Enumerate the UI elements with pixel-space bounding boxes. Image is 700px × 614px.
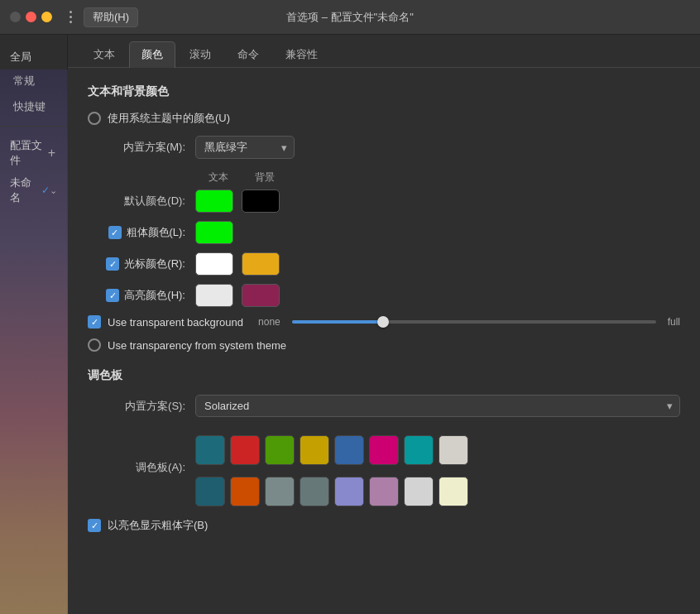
builtin-scheme-value: 黑底绿字: [204, 140, 247, 155]
palette-label: 调色板(A):: [88, 460, 195, 475]
palette-swatch-15[interactable]: [439, 477, 468, 506]
sidebar-profile-item[interactable]: 未命名 ✓ ⌄: [3, 172, 64, 209]
tab-color[interactable]: 颜色: [129, 41, 175, 68]
system-transparency-label: Use transparency from system theme: [108, 339, 286, 352]
slider-fill: [292, 320, 383, 324]
bold-color-row: ✓ 粗体颜色(L):: [88, 221, 680, 244]
cursor-color-checkbox[interactable]: ✓: [106, 257, 119, 271]
sidebar-item-shortcuts[interactable]: 快捷键: [3, 94, 64, 119]
use-system-theme-label: 使用系统主题中的颜色(U): [108, 111, 230, 126]
highlight-color-row: ✓ 高亮颜色(H):: [88, 284, 680, 307]
tab-text[interactable]: 文本: [81, 41, 127, 67]
default-text-swatch[interactable]: [195, 189, 233, 213]
slider-none-label: none: [258, 316, 280, 328]
bold-color-checkbox[interactable]: ✓: [108, 226, 122, 239]
tab-content: 文本和背景颜色 使用系统主题中的颜色(U) 内置方案(M): 黑底绿字 ▾ 文本…: [68, 68, 700, 614]
transparent-bg-label: Use transparent background: [108, 316, 243, 329]
palette-swatch-8[interactable]: [195, 477, 225, 506]
bold-bright-label: 以亮色显示粗体字(B): [108, 518, 208, 533]
slider-thumb[interactable]: [377, 316, 389, 328]
default-color-row: 默认颜色(D):: [88, 189, 680, 213]
transparent-bg-row: ✓ Use transparent background none full: [88, 315, 680, 329]
titlebar: 帮助(H) 首选项 – 配置文件"未命名": [0, 0, 700, 35]
cursor-text-swatch[interactable]: [195, 252, 233, 276]
palette-swatch-2[interactable]: [265, 435, 295, 465]
cursor-bg-swatch[interactable]: [242, 252, 280, 276]
palette-swatch-11[interactable]: [300, 477, 329, 506]
sidebar-item-general[interactable]: 常规: [3, 69, 64, 94]
palette-swatch-6[interactable]: [404, 435, 434, 465]
default-color-label: 默认颜色(D):: [88, 194, 195, 209]
system-transparency-row: Use transparency from system theme: [88, 338, 680, 352]
bold-bright-checkbox[interactable]: ✓: [88, 519, 101, 532]
palette-swatch-5[interactable]: [369, 435, 399, 465]
section2-title: 调色板: [88, 368, 680, 383]
transparent-bg-checkbox[interactable]: ✓: [88, 315, 101, 329]
dropdown-arrow-icon: ▾: [281, 142, 287, 154]
palette-swatch-12[interactable]: [334, 477, 364, 506]
color-columns-header: 文本 背景: [88, 170, 680, 185]
tl-maximize[interactable]: [41, 12, 52, 22]
palette-swatch-9[interactable]: [230, 477, 260, 506]
window-title: 首选项 – 配置文件"未命名": [286, 10, 414, 25]
slider-full-label: full: [668, 316, 680, 328]
tab-scroll[interactable]: 滚动: [177, 41, 223, 67]
palette-swatch-3[interactable]: [300, 435, 329, 465]
builtin-scheme-label: 内置方案(M):: [88, 140, 195, 155]
palette-scheme-value: Solarized: [204, 400, 249, 412]
palette-scheme-row: 内置方案(S): Solarized ▾: [88, 395, 680, 417]
palette-row2: [195, 477, 468, 506]
builtin-scheme-row: 内置方案(M): 黑底绿字 ▾: [88, 136, 680, 159]
highlight-color-label: 高亮颜色(H):: [124, 288, 185, 303]
transparency-slider-track[interactable]: [292, 320, 656, 324]
help-menu[interactable]: 帮助(H): [84, 7, 138, 27]
section1-title: 文本和背景颜色: [88, 84, 680, 99]
builtin-scheme-dropdown[interactable]: 黑底绿字 ▾: [195, 136, 295, 159]
tl-close[interactable]: [10, 12, 21, 22]
sidebar-global-label: 全局: [0, 43, 67, 68]
default-bg-swatch[interactable]: [242, 189, 280, 213]
cursor-color-row: ✓ 光标颜色(R):: [88, 252, 680, 276]
palette-swatch-13[interactable]: [369, 477, 399, 506]
palette-row1: [195, 435, 468, 465]
profile-check-icon: ✓: [41, 185, 50, 196]
palette-swatch-4[interactable]: [334, 435, 364, 465]
profile-name: 未命名: [10, 175, 38, 205]
bold-text-swatch[interactable]: [195, 221, 233, 244]
tabs-bar: 文本 颜色 滚动 命令 兼容性: [68, 35, 700, 68]
tab-command[interactable]: 命令: [225, 41, 271, 67]
palette-dropdown-arrow-icon: ▾: [667, 400, 673, 412]
palette-scheme-dropdown[interactable]: Solarized ▾: [195, 395, 680, 417]
highlight-color-checkbox[interactable]: ✓: [106, 289, 119, 302]
cursor-color-label: 光标颜色(R):: [124, 257, 185, 271]
right-panel: 文本 颜色 滚动 命令 兼容性 文本和背景颜色 使用系统主题中的颜色(U) 内置…: [68, 35, 700, 614]
bold-color-label: 粗体颜色(L):: [127, 225, 186, 240]
palette-swatch-1[interactable]: [230, 435, 260, 465]
tl-minimize[interactable]: [26, 12, 36, 22]
col-bg-label: 背景: [242, 170, 288, 185]
highlight-text-swatch[interactable]: [195, 284, 233, 307]
bold-bright-row: ✓ 以亮色显示粗体字(B): [88, 518, 680, 533]
tab-compat[interactable]: 兼容性: [273, 41, 330, 67]
use-system-theme-radio[interactable]: [88, 112, 101, 125]
use-system-theme-row: 使用系统主题中的颜色(U): [88, 111, 680, 126]
sidebar-profiles-label: 配置文件 +: [0, 133, 67, 171]
palette-swatch-14[interactable]: [404, 477, 434, 506]
highlight-bg-swatch[interactable]: [242, 284, 280, 307]
palette-scheme-label: 内置方案(S):: [88, 399, 195, 414]
palette-swatch-0[interactable]: [195, 435, 225, 465]
palette-swatch-7[interactable]: [439, 435, 468, 465]
profile-arrows: ⌄: [50, 185, 57, 196]
system-transparency-radio[interactable]: [88, 338, 101, 352]
palette-swatches-row: 调色板(A):: [88, 429, 680, 506]
titlebar-dots: [64, 11, 77, 24]
palette-swatch-10[interactable]: [265, 477, 295, 506]
traffic-lights: [10, 12, 52, 22]
col-text-label: 文本: [195, 170, 242, 185]
sidebar: 全局 常规 快捷键 配置文件 + 未命名 ✓ ⌄: [0, 35, 68, 614]
add-profile-button[interactable]: +: [46, 146, 57, 160]
